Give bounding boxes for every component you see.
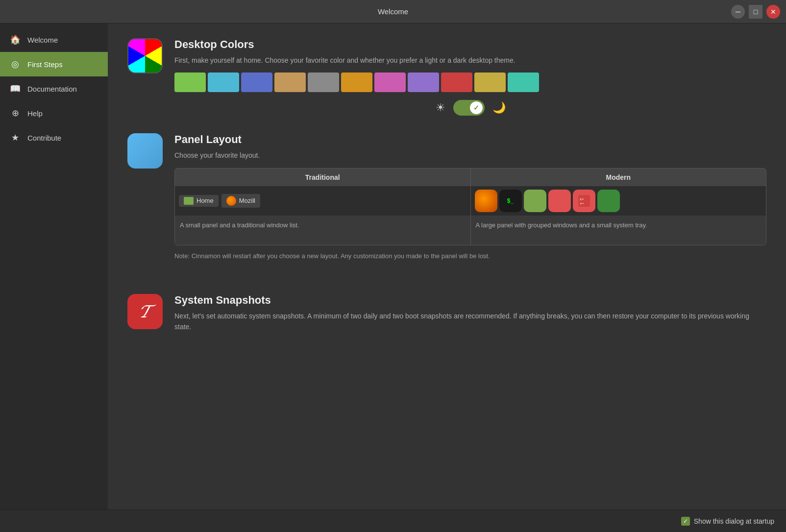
firefox-icon xyxy=(475,190,497,212)
mozilla-label: Mozill xyxy=(239,197,255,204)
files-icon xyxy=(524,190,546,212)
dark-theme-toggle[interactable]: ✓ xyxy=(453,100,485,116)
traditional-layout-option[interactable]: Traditional Home Mozill A small pane xyxy=(175,169,470,245)
sidebar-item-label: Contribute xyxy=(27,134,61,142)
spreadsheet-icon xyxy=(597,190,620,212)
traditional-preview: Home Mozill xyxy=(175,186,470,216)
snapshots-icon: 𝓣 xyxy=(127,294,163,329)
panel-layout-title: Panel Layout xyxy=(174,133,766,146)
svg-text:x+: x+ xyxy=(580,197,584,201)
panel-layout-desc: Choose your favorite layout. xyxy=(174,150,766,161)
sidebar-item-label: Documentation xyxy=(27,85,77,93)
window-title: Welcome xyxy=(378,7,408,16)
toggle-check-mark: ✓ xyxy=(473,104,479,112)
sidebar-item-documentation[interactable]: 📖 Documentation xyxy=(0,76,108,101)
home-icon: 🏠 xyxy=(10,34,21,45)
help-icon: ⊕ xyxy=(10,108,21,119)
taskbar-home-item: Home xyxy=(179,195,219,207)
documentation-icon: 📖 xyxy=(10,83,21,94)
terminal-icon: $_ xyxy=(499,190,522,212)
modern-desc: A large panel with grouped windows and a… xyxy=(471,216,766,245)
system-snapshots-content: System Snapshots Next, let's set automat… xyxy=(174,294,766,339)
desktop-colors-desc: First, make yourself at home. Choose you… xyxy=(174,55,766,66)
panel-layout-content: Panel Layout Choose your favorite layout… xyxy=(174,133,766,276)
home-label: Home xyxy=(196,197,214,204)
sidebar-item-help[interactable]: ⊕ Help xyxy=(0,101,108,125)
sidebar-item-label: Welcome xyxy=(27,36,58,44)
calc-icon: x+ ×÷ xyxy=(573,190,595,212)
sun-icon: ☀ xyxy=(436,101,445,114)
desktop-colors-content: Desktop Colors First, make yourself at h… xyxy=(174,38,766,116)
color-swatch-gray[interactable] xyxy=(308,73,339,92)
panel-layout-section: Panel Layout Choose your favorite layout… xyxy=(127,133,766,276)
first-steps-icon: ◎ xyxy=(10,59,21,70)
startup-label: Show this dialog at startup xyxy=(694,517,774,525)
modern-label: Modern xyxy=(471,169,766,186)
color-swatch-blue[interactable] xyxy=(241,73,272,92)
traditional-desc: A small panel and a traditional window l… xyxy=(175,216,470,245)
sidebar-item-first-steps[interactable]: ◎ First Steps xyxy=(0,52,108,76)
layout-options: Traditional Home Mozill A small pane xyxy=(174,168,766,245)
system-snapshots-section: 𝓣 System Snapshots Next, let's set autom… xyxy=(127,294,766,339)
svg-text:×÷: ×÷ xyxy=(580,201,585,206)
modern-preview: $_ x+ ×÷ xyxy=(471,186,766,216)
minimize-button[interactable]: ─ xyxy=(731,5,745,19)
color-swatch-purple[interactable] xyxy=(408,73,439,92)
window-controls: ─ □ ✕ xyxy=(731,5,780,19)
color-swatch-yellow[interactable] xyxy=(474,73,506,92)
main-content: Desktop Colors First, make yourself at h… xyxy=(108,24,786,509)
desktop-colors-section: Desktop Colors First, make yourself at h… xyxy=(127,38,766,116)
sidebar-item-label: First Steps xyxy=(27,60,63,69)
snapshots-icon-label: 𝓣 xyxy=(139,300,152,322)
system-snapshots-desc: Next, let's set automatic system snapsho… xyxy=(174,311,766,333)
maximize-button[interactable]: □ xyxy=(749,5,762,19)
traditional-label: Traditional xyxy=(175,169,470,186)
color-swatch-tan[interactable] xyxy=(274,73,306,92)
color-wheel-icon xyxy=(127,38,163,73)
color-swatch-green[interactable] xyxy=(174,73,206,92)
color-swatch-orange[interactable] xyxy=(341,73,372,92)
footer: ✓ Show this dialog at startup xyxy=(0,509,786,532)
startup-checkbox[interactable]: ✓ Show this dialog at startup xyxy=(681,517,774,526)
panel-layout-note: Note: Cinnamon will restart after you ch… xyxy=(174,251,766,262)
calendar-icon xyxy=(548,190,571,212)
sidebar-item-contribute[interactable]: ★ Contribute xyxy=(0,125,108,150)
system-snapshots-title: System Snapshots xyxy=(174,294,766,307)
app-body: 🏠 Welcome ◎ First Steps 📖 Documentation … xyxy=(0,24,786,509)
color-swatch-cyan[interactable] xyxy=(208,73,239,92)
color-swatch-teal[interactable] xyxy=(508,73,539,92)
toggle-knob: ✓ xyxy=(470,101,483,114)
titlebar: Welcome ─ □ ✕ xyxy=(0,0,786,24)
moon-icon: 🌙 xyxy=(492,101,506,114)
sidebar: 🏠 Welcome ◎ First Steps 📖 Documentation … xyxy=(0,24,108,509)
star-icon: ★ xyxy=(10,132,21,143)
close-button[interactable]: ✕ xyxy=(766,5,780,19)
sidebar-item-label: Help xyxy=(27,109,43,118)
startup-check-icon: ✓ xyxy=(681,517,690,526)
desktop-colors-title: Desktop Colors xyxy=(174,38,766,51)
folder-icon xyxy=(184,197,194,205)
taskbar-mozilla-item: Mozill xyxy=(221,194,260,208)
sidebar-item-welcome[interactable]: 🏠 Welcome xyxy=(0,27,108,52)
firefox-small-icon xyxy=(226,196,236,206)
color-swatch-red[interactable] xyxy=(441,73,472,92)
theme-toggle-row: ☀ ✓ 🌙 xyxy=(174,100,766,116)
color-swatch-pink[interactable] xyxy=(374,73,406,92)
panel-layout-icon xyxy=(127,133,163,169)
color-swatches xyxy=(174,73,766,92)
modern-layout-option[interactable]: Modern $_ x+ ×÷ xyxy=(470,169,766,245)
